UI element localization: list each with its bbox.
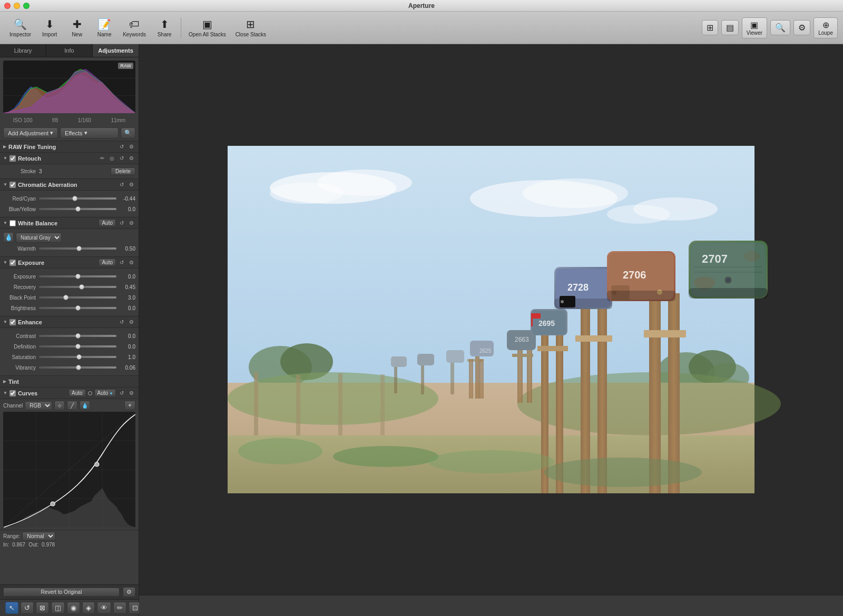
red-cyan-slider[interactable] (39, 197, 116, 200)
saturation-slider[interactable] (39, 356, 116, 358)
viewer-btn[interactable]: ▣ Viewer (742, 17, 767, 38)
wb-eyedropper-button[interactable]: 💧 (3, 232, 14, 243)
crop-button[interactable]: ⊠ (36, 602, 49, 614)
settings-btn[interactable]: ⚙ (793, 20, 810, 35)
draw-button[interactable]: ✏ (113, 602, 126, 614)
close-button[interactable] (4, 3, 11, 9)
enhance-refresh-button[interactable]: ↺ (118, 319, 125, 325)
preview-button[interactable]: 👁 (97, 602, 111, 614)
tab-info[interactable]: Info (46, 44, 93, 57)
enhance-header[interactable]: ▼ Enhance ↺ ⚙ (0, 316, 139, 328)
curves-auto-color-button[interactable]: Auto ● (94, 389, 116, 397)
redeye-button[interactable]: ◉ (67, 602, 80, 614)
maximize-button[interactable] (23, 3, 30, 9)
exposure-header[interactable]: ▼ Exposure Auto ↺ ⚙ (0, 257, 139, 269)
recovery-slider[interactable] (39, 286, 116, 288)
rotate-left-button[interactable]: ↺ (21, 602, 34, 614)
straighten-button[interactable]: ◫ (51, 602, 65, 614)
dust-button[interactable]: ◈ (82, 602, 95, 614)
curves-auto-button[interactable]: Auto (68, 389, 86, 397)
inspector-tool[interactable]: 🔍 Inspector (5, 16, 35, 39)
curves-eyedropper-tool[interactable]: 💧 (80, 401, 90, 410)
minimize-button[interactable] (14, 3, 20, 9)
retouch-checkbox[interactable] (9, 155, 16, 162)
enhance-checkbox[interactable] (9, 319, 16, 325)
brightness-slider[interactable] (39, 307, 116, 309)
import-tool[interactable]: ⬇ Import (36, 16, 63, 39)
raw-refresh-button[interactable]: ↺ (118, 143, 125, 150)
loupe-btn[interactable]: ⊕ Loupe (813, 17, 838, 38)
wb-gear-button[interactable]: ⚙ (128, 220, 135, 226)
exposure-refresh-button[interactable]: ↺ (118, 259, 125, 266)
adjustments-scroll[interactable]: ▶ RAW Fine Tuning ↺ ⚙ ▼ Retouch ✏ ◎ ↺ ⚙ (0, 141, 139, 584)
tab-library[interactable]: Library (0, 44, 46, 57)
black-point-slider[interactable] (39, 296, 116, 299)
brightness-label: Brightness (3, 305, 39, 311)
curves-line-tool[interactable]: ╱ (67, 401, 77, 410)
arrow-tool-button[interactable]: ↖ (5, 602, 18, 614)
wb-preset-select[interactable]: Natural Gray (16, 233, 62, 243)
main-toolbar: 🔍 Inspector ⬇ Import ✚ New 📝 Name 🏷 Keyw… (0, 12, 843, 44)
effects-button[interactable]: Effects ▾ (60, 127, 119, 138)
ca-refresh-button[interactable]: ↺ (118, 181, 125, 188)
curves-point-tool[interactable]: ⊹ (54, 401, 65, 410)
search-view-btn[interactable]: 🔍 (770, 20, 790, 35)
raw-gear-button[interactable]: ⚙ (128, 143, 135, 150)
tab-adjustments[interactable]: Adjustments (93, 44, 139, 57)
add-adjustment-button[interactable]: Add Adjustment ▾ (3, 127, 58, 138)
enhance-gear-button[interactable]: ⚙ (128, 319, 135, 325)
ca-gear-button[interactable]: ⚙ (128, 181, 135, 188)
curves-checkbox[interactable] (9, 390, 16, 396)
enhance-title: Enhance (18, 319, 118, 325)
exposure-slider[interactable] (39, 275, 116, 277)
curves-gear-button[interactable]: ⚙ (128, 390, 135, 396)
warmth-slider[interactable] (39, 247, 116, 250)
definition-slider[interactable] (39, 345, 116, 347)
browser-view-btn[interactable]: ▤ (721, 20, 739, 35)
retouch-gear-button[interactable]: ⚙ (128, 155, 135, 162)
out-value: 0.978 (42, 542, 55, 548)
blue-yellow-slider[interactable] (39, 208, 116, 210)
viewer-label: Viewer (747, 30, 762, 36)
raw-fine-tuning-header[interactable]: ▶ RAW Fine Tuning ↺ ⚙ (0, 141, 139, 153)
footer-action-button[interactable]: ⚙ (123, 587, 135, 597)
exposure-gear-button[interactable]: ⚙ (128, 259, 135, 266)
search-adjustment-button[interactable]: 🔍 (121, 127, 135, 138)
tint-header[interactable]: ▶ Tint (0, 376, 139, 388)
retouch-refresh-button[interactable]: ↺ (118, 155, 125, 162)
contrast-slider[interactable] (39, 335, 116, 337)
keywords-tool[interactable]: 🏷 Keywords (119, 16, 150, 39)
exposure-checkbox[interactable] (9, 260, 16, 266)
contrast-label: Contrast (3, 333, 39, 339)
curves-header[interactable]: ▼ Curves Auto Auto ● ↺ ⚙ (0, 388, 139, 399)
white-balance-header[interactable]: ▼ White Balance Auto ↺ ⚙ (0, 217, 139, 229)
retouch-actions: ✏ ◎ ↺ ⚙ (99, 155, 135, 162)
wb-checkbox[interactable] (9, 220, 16, 226)
vibrancy-slider[interactable] (39, 366, 116, 369)
retouch-pencil-button[interactable]: ✏ (99, 155, 106, 162)
range-select[interactable]: Normal (22, 532, 55, 541)
ca-title: Chromatic Aberration (18, 182, 118, 188)
open-all-stacks-tool[interactable]: ▣ Open All Stacks (184, 16, 230, 39)
name-tool[interactable]: 📝 Name (91, 16, 117, 39)
grid-view-btn[interactable]: ⊞ (702, 20, 718, 35)
close-all-stacks-tool[interactable]: ⊞ Close Stacks (231, 16, 270, 39)
range-label: Range: (3, 533, 20, 539)
photo-container[interactable]: 2625 2663 2695 (139, 44, 843, 595)
curves-svg (3, 412, 135, 528)
chromatic-aberration-header[interactable]: ▼ Chromatic Aberration ↺ ⚙ (0, 179, 139, 191)
retouch-target-button[interactable]: ◎ (108, 155, 116, 162)
retouch-header[interactable]: ▼ Retouch ✏ ◎ ↺ ⚙ (0, 153, 139, 164)
exposure-auto-button[interactable]: Auto (99, 259, 116, 266)
wb-auto-button[interactable]: Auto (99, 219, 116, 227)
close-stacks-icon: ⊞ (246, 18, 255, 31)
curves-refresh-button[interactable]: ↺ (118, 390, 125, 396)
retouch-delete-button[interactable]: Delete (111, 167, 135, 175)
share-tool[interactable]: ⬆ Share (151, 16, 178, 39)
curves-add-point-button[interactable]: + (124, 401, 135, 410)
ca-checkbox[interactable] (9, 182, 16, 188)
new-tool[interactable]: ✚ New (64, 16, 90, 39)
channel-select[interactable]: RGB (25, 401, 52, 410)
revert-button[interactable]: Revert to Original (3, 588, 120, 597)
wb-refresh-button[interactable]: ↺ (118, 220, 125, 226)
